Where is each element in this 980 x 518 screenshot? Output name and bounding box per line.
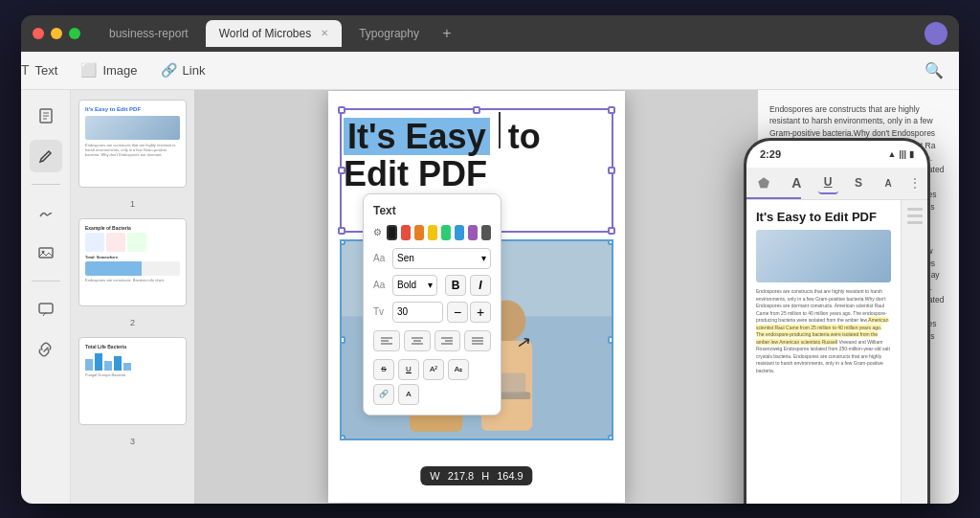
toolbar-text[interactable]: T Text bbox=[21, 62, 57, 78]
sidebar-sign-icon[interactable] bbox=[30, 196, 62, 229]
bold-button[interactable]: B bbox=[445, 275, 466, 296]
mobile-tool-U[interactable]: U bbox=[818, 171, 838, 194]
sidebar-edit-icon[interactable] bbox=[30, 140, 62, 172]
height-label: H bbox=[481, 470, 489, 482]
color-green[interactable] bbox=[441, 225, 451, 240]
left-sidebar bbox=[21, 90, 71, 504]
signal-icon: ||| bbox=[899, 149, 906, 159]
handle-mid-left[interactable] bbox=[338, 167, 345, 174]
toolbar-image[interactable]: ⬜ Image bbox=[80, 62, 137, 78]
sidebar-link-icon[interactable] bbox=[30, 333, 62, 366]
mobile-tool-A-small[interactable]: A bbox=[879, 174, 897, 192]
width-label: W bbox=[430, 470, 439, 482]
align-center-button[interactable] bbox=[404, 330, 431, 351]
tab-world-of-microbes[interactable]: World of Microbes ✕ bbox=[206, 20, 342, 47]
tab-bar: business-report World of Microbes ✕ Typo… bbox=[96, 20, 924, 47]
add-tab-button[interactable]: + bbox=[436, 23, 457, 44]
wifi-icon: ▲ bbox=[888, 149, 897, 159]
color-purple[interactable] bbox=[468, 225, 478, 240]
page-thumb-1[interactable]: It's Easy to Edit PDF Endospores are con… bbox=[78, 100, 187, 188]
color-blue[interactable] bbox=[455, 225, 464, 240]
mobile-right-sidebar bbox=[901, 200, 927, 504]
align-left-button[interactable] bbox=[373, 330, 400, 351]
mobile-tool-S[interactable]: S bbox=[849, 172, 868, 193]
color-red[interactable] bbox=[401, 225, 411, 240]
img-handle-tr[interactable] bbox=[608, 241, 612, 245]
close-button[interactable] bbox=[33, 28, 44, 39]
font-size-increase[interactable]: + bbox=[470, 302, 491, 323]
page-thumb-2[interactable]: Example of Bacteria Total: Somewhere End… bbox=[78, 218, 187, 306]
tab-close-icon[interactable]: ✕ bbox=[321, 28, 328, 38]
color-yellow[interactable] bbox=[428, 225, 437, 240]
sidebar-comment-icon[interactable] bbox=[30, 293, 62, 326]
handle-bot-right[interactable] bbox=[608, 227, 615, 235]
main-content: It's Easy to Edit PDF Endospores are con… bbox=[21, 90, 959, 504]
color-black[interactable] bbox=[387, 225, 397, 240]
font-size-value: 30 bbox=[397, 306, 408, 317]
font-style-dropdown[interactable]: Bold ▾ bbox=[392, 275, 437, 296]
tab-label: business-report bbox=[109, 27, 189, 40]
search-button[interactable]: 🔍 bbox=[924, 61, 959, 79]
text-panel-title: Text bbox=[373, 204, 491, 217]
font-size-input[interactable]: 30 bbox=[392, 302, 443, 323]
mobile-more-button[interactable]: ⋮ bbox=[908, 175, 922, 191]
mobile-heading: It's Easy to Edit PDF bbox=[756, 210, 891, 225]
link-text-btn[interactable]: 🔗 bbox=[373, 384, 394, 405]
img-handle-tl[interactable] bbox=[342, 241, 345, 245]
handle-mid-right[interactable] bbox=[608, 167, 615, 174]
mobile-toolbar: ⬟ A U S A ⋮ bbox=[746, 168, 927, 200]
sidebar-image-icon[interactable] bbox=[30, 236, 62, 269]
tab-typography[interactable]: Typography bbox=[345, 20, 433, 47]
sidebar-page-icon[interactable] bbox=[30, 100, 62, 132]
color-picker-icon[interactable]: ⚙ bbox=[373, 225, 383, 240]
img-handle-ml[interactable] bbox=[342, 336, 345, 344]
toolbar-link[interactable]: 🔗 Link bbox=[161, 62, 206, 78]
strikethrough-btn[interactable]: S bbox=[373, 359, 394, 380]
mobile-document: It's Easy to Edit PDF Endospores are con… bbox=[746, 200, 901, 504]
sidebar-divider-2 bbox=[32, 281, 60, 282]
dropdown-chevron-icon-2: ▾ bbox=[428, 280, 433, 290]
page-thumb-3[interactable]: Total Life Bacteria Fungal Groups Bacter… bbox=[78, 337, 187, 425]
user-avatar[interactable] bbox=[924, 22, 947, 45]
italic-button[interactable]: I bbox=[470, 275, 491, 296]
handle-bot-left[interactable] bbox=[338, 227, 345, 235]
handle-top-left[interactable] bbox=[338, 106, 345, 114]
mobile-status-icons: ▲ ||| ▮ bbox=[888, 149, 914, 159]
minimize-button[interactable] bbox=[51, 28, 62, 39]
title-bar: business-report World of Microbes ✕ Typo… bbox=[21, 15, 959, 52]
font-size-decrease[interactable]: − bbox=[447, 302, 468, 323]
window-controls bbox=[33, 28, 80, 39]
image-label: Image bbox=[102, 63, 137, 78]
underline-btn[interactable]: U bbox=[398, 359, 419, 380]
color-orange[interactable] bbox=[414, 225, 424, 240]
font-family-row: Aa Sen ▾ bbox=[373, 248, 491, 269]
text-align-row bbox=[373, 330, 491, 351]
font-size-row: Tv 30 − + bbox=[373, 302, 491, 323]
img-handle-bl[interactable] bbox=[342, 435, 345, 439]
link-icon: 🔗 bbox=[161, 62, 177, 78]
align-right-button[interactable] bbox=[434, 330, 461, 351]
tab-business-report[interactable]: business-report bbox=[96, 20, 202, 47]
img-handle-mr[interactable] bbox=[608, 336, 612, 344]
handle-top-right[interactable] bbox=[608, 106, 615, 114]
subscript-btn[interactable]: A₂ bbox=[448, 359, 469, 380]
handle-top-center[interactable] bbox=[473, 106, 480, 114]
mobile-toolbar-underline bbox=[746, 197, 801, 199]
pen-cursor-icon: ↗ bbox=[515, 330, 529, 351]
text-edit-panel: Text ⚙ Aa Sen ▾ bbox=[363, 193, 501, 416]
font-family-dropdown[interactable]: Sen ▾ bbox=[392, 248, 491, 269]
mobile-tool-A-large[interactable]: A bbox=[786, 171, 807, 194]
font-family-value: Sen bbox=[397, 253, 414, 263]
text-style-extras: S U A² A₂ 🔗 A bbox=[373, 359, 491, 405]
mobile-sidebar-line-3 bbox=[907, 221, 923, 224]
mobile-image bbox=[756, 230, 891, 282]
color-dark[interactable] bbox=[481, 225, 491, 240]
maximize-button[interactable] bbox=[69, 28, 80, 39]
superscript-btn[interactable]: A² bbox=[423, 359, 444, 380]
img-handle-br[interactable] bbox=[608, 435, 612, 439]
text-icon: T bbox=[21, 62, 30, 78]
italic-icon: I bbox=[479, 279, 481, 292]
align-justify-button[interactable] bbox=[464, 330, 491, 351]
color-text-btn[interactable]: A bbox=[398, 384, 419, 405]
font-family-label: Aa bbox=[373, 253, 389, 263]
